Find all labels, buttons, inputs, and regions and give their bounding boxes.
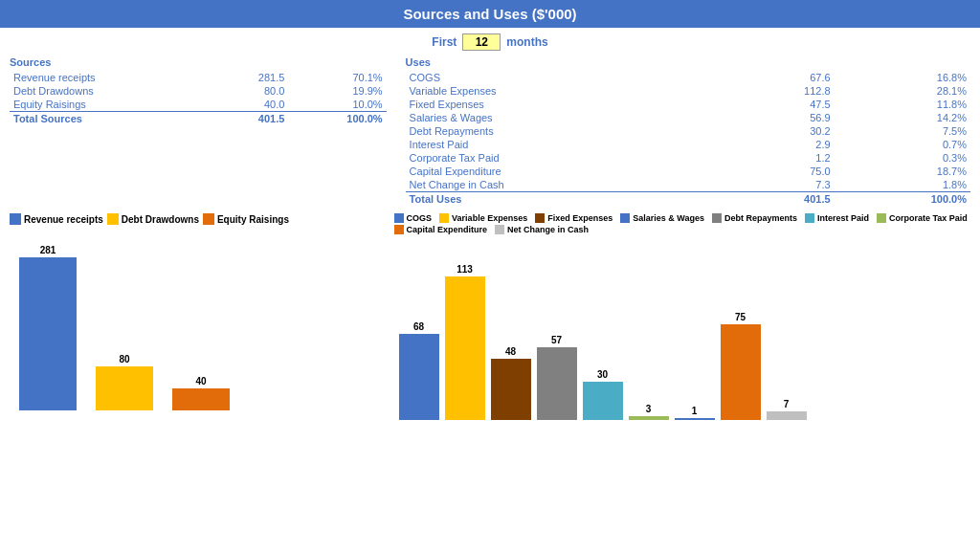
table-row: Equity Raisings40.010.0% bbox=[10, 98, 387, 112]
legend-color bbox=[439, 213, 449, 223]
bar-group: 281 bbox=[19, 245, 77, 410]
legend-item: Interest Paid bbox=[805, 213, 869, 223]
sources-total-value: 401.5 bbox=[212, 112, 288, 126]
legend-color bbox=[107, 213, 119, 225]
table-row: Fixed Expenses47.511.8% bbox=[406, 98, 970, 111]
table-row: Debt Drawdowns80.019.9% bbox=[10, 84, 387, 98]
legend-color bbox=[877, 213, 886, 223]
table-row: Interest Paid2.90.7% bbox=[406, 138, 970, 151]
bar bbox=[675, 418, 715, 420]
legend-item: Debt Repayments bbox=[712, 213, 797, 223]
sources-bars: 281 80 40 bbox=[10, 229, 394, 410]
bar bbox=[491, 359, 531, 420]
bar bbox=[96, 366, 153, 410]
uses-total-value: 401.5 bbox=[727, 192, 835, 207]
sources-section: Sources Revenue receipts281.570.1%Debt D… bbox=[10, 56, 406, 206]
uses-table: COGS67.616.8%Variable Expenses112.828.1%… bbox=[406, 71, 970, 206]
sources-total-label: Total Sources bbox=[10, 112, 212, 126]
table-row: Revenue receipts281.570.1% bbox=[10, 71, 387, 84]
bar bbox=[721, 324, 761, 420]
legend-color bbox=[535, 213, 545, 223]
bar-group: 48 bbox=[491, 346, 531, 420]
uses-chart: COGSVariable ExpensesFixed ExpensesSalar… bbox=[394, 213, 970, 420]
table-row: Capital Expenditure75.018.7% bbox=[406, 165, 970, 178]
bar-group: 113 bbox=[445, 264, 485, 420]
table-row: Variable Expenses112.828.1% bbox=[406, 84, 970, 98]
bar-group: 80 bbox=[96, 354, 153, 410]
bar bbox=[767, 411, 807, 420]
uses-bars: 68 113 48 57 30 3 1 75 7 bbox=[394, 238, 970, 420]
legend-color bbox=[805, 213, 814, 223]
uses-section: Uses COGS67.616.8%Variable Expenses112.8… bbox=[406, 56, 970, 206]
legend-item: Corporate Tax Paid bbox=[877, 213, 968, 223]
bar-group: 68 bbox=[399, 321, 439, 420]
table-row: Net Change in Cash7.31.8% bbox=[406, 178, 970, 192]
sources-table: Revenue receipts281.570.1%Debt Drawdowns… bbox=[10, 71, 387, 125]
legend-item: Net Change in Cash bbox=[495, 225, 589, 234]
bar-group: 7 bbox=[767, 399, 807, 420]
legend-color bbox=[620, 213, 630, 223]
bar-group: 1 bbox=[675, 406, 715, 420]
bar-group: 30 bbox=[583, 369, 623, 420]
table-row: Debt Repayments30.27.5% bbox=[406, 124, 970, 138]
bar bbox=[172, 388, 230, 410]
legend-item: Equity Raisings bbox=[203, 213, 289, 225]
legend-item: Fixed Expenses bbox=[535, 213, 612, 223]
bar bbox=[445, 276, 485, 420]
legend-color bbox=[394, 213, 404, 223]
sources-legend: Revenue receiptsDebt DrawdownsEquity Rai… bbox=[10, 213, 394, 225]
bar-group: 75 bbox=[721, 312, 761, 420]
legend-item: Variable Expenses bbox=[439, 213, 527, 223]
legend-color bbox=[394, 225, 404, 234]
legend-item: Debt Drawdowns bbox=[107, 213, 199, 225]
months-row: First months bbox=[0, 28, 980, 56]
bar bbox=[583, 382, 623, 420]
sources-total-pct: 100.0% bbox=[288, 112, 386, 126]
legend-item: Salaries & Wages bbox=[620, 213, 704, 223]
legend-color bbox=[712, 213, 722, 223]
table-row: Salaries & Wages56.914.2% bbox=[406, 111, 970, 124]
bar bbox=[399, 334, 439, 420]
legend-color bbox=[495, 225, 504, 234]
legend-color bbox=[10, 213, 21, 225]
sources-title: Sources bbox=[10, 56, 387, 68]
bar bbox=[19, 257, 77, 410]
legend-item: Capital Expenditure bbox=[394, 225, 488, 234]
header: Sources and Uses ($'000) bbox=[0, 0, 980, 28]
uses-total-label: Total Uses bbox=[406, 192, 727, 207]
uses-legend: COGSVariable ExpensesFixed ExpensesSalar… bbox=[394, 213, 970, 234]
bar-group: 40 bbox=[172, 376, 230, 410]
legend-item: Revenue receipts bbox=[10, 213, 103, 225]
uses-total-pct: 100.0% bbox=[835, 192, 970, 207]
bar-group: 3 bbox=[629, 404, 669, 420]
bar-group: 57 bbox=[537, 335, 577, 420]
table-row: COGS67.616.8% bbox=[406, 71, 970, 84]
legend-item: COGS bbox=[394, 213, 433, 223]
table-row: Corporate Tax Paid1.20.3% bbox=[406, 151, 970, 165]
uses-title: Uses bbox=[406, 56, 970, 68]
bar bbox=[537, 347, 577, 420]
months-input[interactable] bbox=[462, 33, 501, 51]
bar bbox=[629, 416, 669, 420]
legend-color bbox=[203, 213, 214, 225]
sources-chart: Revenue receiptsDebt DrawdownsEquity Rai… bbox=[10, 213, 394, 420]
